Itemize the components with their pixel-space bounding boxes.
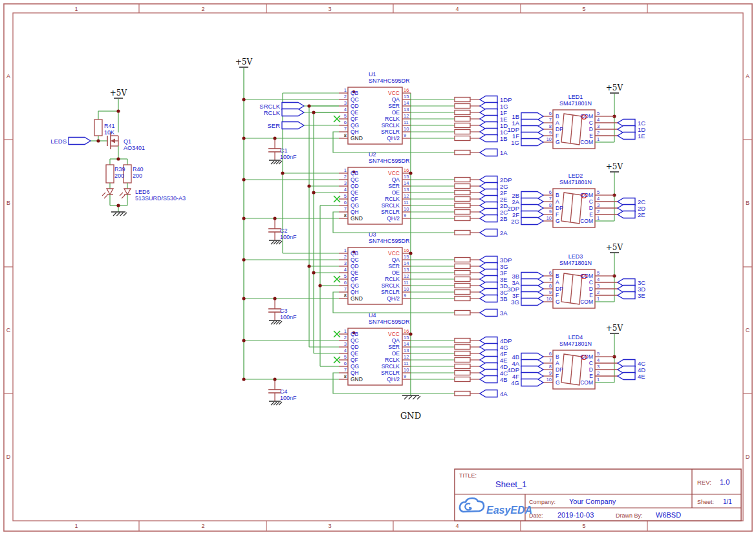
pin-number: 16	[404, 87, 409, 93]
flag-label: LEDS	[50, 138, 67, 145]
resistor-r41[interactable]	[94, 120, 102, 136]
pin-name: COM	[580, 113, 593, 120]
resistor-1b[interactable]	[455, 136, 470, 141]
resistor-2c[interactable]	[455, 210, 470, 215]
net-flag-3e[interactable]: 3E	[618, 292, 645, 299]
display-led4[interactable]: LED4SM471801N+5V6BCOM54B7AC44A8DPD34DP9F…	[508, 324, 646, 389]
net-flag-1b[interactable]: 1B	[480, 135, 508, 142]
chip-u2[interactable]: U2SN74HC595DR116QBVCC215QCQA314QDSER413Q…	[244, 151, 512, 236]
resistor-r39[interactable]	[106, 165, 114, 183]
net-flag-4b[interactable]: 4B	[480, 376, 508, 383]
net-flag-2e[interactable]: 2E	[618, 211, 645, 218]
gnd-label: GND	[400, 411, 421, 421]
resistor-1d[interactable]	[455, 123, 470, 128]
resistor-4dp[interactable]	[455, 339, 470, 343]
net-flag-1a[interactable]: 1A	[480, 149, 508, 156]
resistor-2d[interactable]	[455, 204, 470, 208]
diode-triangle	[107, 189, 113, 194]
resistor-4e[interactable]	[455, 358, 470, 362]
vcc-flag[interactable]: +5V	[235, 58, 253, 67]
resistor-1g[interactable]	[455, 104, 470, 109]
resistor-2b[interactable]	[455, 216, 470, 221]
net-flag-leds[interactable]: LEDS	[50, 138, 91, 145]
led-driver-circuit[interactable]: +5VR4110KLEDSQ1AO3401R39200R40200LED6513…	[50, 89, 186, 216]
junction-dot	[242, 178, 245, 181]
q1-ref: Q1	[124, 138, 131, 145]
net-flag-2b[interactable]: 2B	[480, 215, 508, 222]
resistor-4b[interactable]	[455, 377, 470, 382]
pin-number: 8	[344, 132, 347, 138]
net-flag-4a[interactable]: 4A	[480, 390, 508, 397]
schematic-canvas[interactable]: 1122334455AABBCCDDTITLE:Sheet_1REV:1.0Co…	[0, 0, 756, 535]
flag-label: SER	[267, 122, 280, 129]
resistor-1c[interactable]	[455, 130, 470, 134]
net-flag-3g[interactable]: 3G	[511, 299, 543, 306]
net-flag-3b[interactable]: 3B	[480, 295, 508, 302]
pin-name: F	[556, 373, 559, 379]
resistor-4g[interactable]	[455, 345, 470, 350]
display-led1[interactable]: LED1SM471801N+5V6BCOM51B7AC41A8DPD31DP9F…	[508, 83, 646, 149]
net-flag-rclk[interactable]: RCLK	[264, 109, 304, 116]
pin-name: VCC	[388, 250, 400, 257]
chip-u4[interactable]: U4SN74HC595DR116QBVCC215QCQA314QDSER413Q…	[244, 312, 512, 397]
resistor-3d[interactable]	[455, 284, 470, 288]
resistor-2e[interactable]	[455, 197, 470, 202]
net-flag-1g[interactable]: 1G	[511, 139, 543, 146]
capacitor-c3[interactable]: C3100nF	[268, 299, 297, 324]
resistor-4d[interactable]	[455, 364, 470, 369]
flag-label: 4A	[500, 390, 508, 397]
net-flag-4e[interactable]: 4E	[618, 373, 645, 380]
gnd-tick	[113, 213, 116, 216]
pin-number: 2	[597, 130, 599, 136]
resistor-2g[interactable]	[455, 184, 470, 189]
pin-name: QG	[351, 122, 359, 129]
net-flag-4g[interactable]: 4G	[511, 379, 543, 386]
net-flag-1e[interactable]: 1E	[618, 132, 645, 140]
net-flag-ser[interactable]: SER	[267, 122, 304, 129]
title-block[interactable]: TITLE:Sheet_1REV:1.0Company:Your Company…	[455, 469, 741, 521]
resistor-1a[interactable]	[455, 151, 470, 155]
junction-dot	[318, 284, 321, 287]
resistor-3dp[interactable]	[455, 258, 470, 262]
resistor-3c[interactable]	[455, 290, 470, 295]
cap-value: 100nF	[280, 395, 297, 401]
resistor-2f[interactable]	[455, 191, 470, 195]
junction-dot	[409, 251, 412, 255]
pin-number: 14	[404, 100, 409, 106]
vcc-flag[interactable]: +5V	[606, 162, 623, 172]
vcc-flag[interactable]: +5V	[606, 324, 623, 333]
resistor-3f[interactable]	[455, 271, 470, 275]
net-flag-3a[interactable]: 3A	[480, 309, 508, 317]
resistor-1dp[interactable]	[455, 98, 470, 102]
resistor-2a[interactable]	[455, 231, 470, 235]
resistor-4f[interactable]	[455, 351, 470, 356]
led-diode[interactable]	[120, 189, 131, 205]
resistor-4c[interactable]	[455, 371, 470, 375]
resistor-1e[interactable]	[455, 117, 470, 121]
led-diode[interactable]	[102, 189, 113, 205]
display-led2[interactable]: LED2SM471801N+5V6BCOM52B7AC42A8DPD32DP9F…	[508, 162, 646, 227]
pin-number: 9	[404, 132, 406, 138]
vcc-flag[interactable]: +5V	[606, 243, 623, 253]
resistor-2dp[interactable]	[455, 178, 470, 182]
resistor-3g[interactable]	[455, 264, 470, 269]
capacitor-c4[interactable]: C4100nF	[268, 379, 297, 405]
resistor-3a[interactable]	[455, 311, 470, 315]
gnd-symbol	[269, 320, 282, 324]
junction-dot	[242, 136, 245, 140]
resistor-3b[interactable]	[455, 297, 470, 301]
vcc-flag[interactable]: +5V	[606, 83, 623, 93]
led-ref: LED2	[568, 173, 583, 179]
net-flag-2g[interactable]: 2G	[511, 218, 543, 225]
schematic-sheet[interactable]: 1122334455AABBCCDDTITLE:Sheet_1REV:1.0Co…	[0, 0, 756, 535]
vcc-flag[interactable]: +5V	[110, 89, 127, 98]
junction-dot	[242, 258, 245, 261]
pin-number: 1	[344, 167, 347, 173]
resistor-3e[interactable]	[455, 277, 470, 282]
resistor-4a[interactable]	[455, 392, 470, 396]
chip-u3[interactable]: U3SN74HC595DR116QBVCC215QCQA314QDSER413Q…	[244, 231, 512, 317]
resistor-1f[interactable]	[455, 110, 470, 115]
net-flag-2a[interactable]: 2A	[480, 229, 508, 236]
pin-name: E	[589, 211, 593, 218]
display-led3[interactable]: LED3SM471801N+5V6BCOM53B7AC43A8DPD33DP9F…	[508, 243, 646, 308]
